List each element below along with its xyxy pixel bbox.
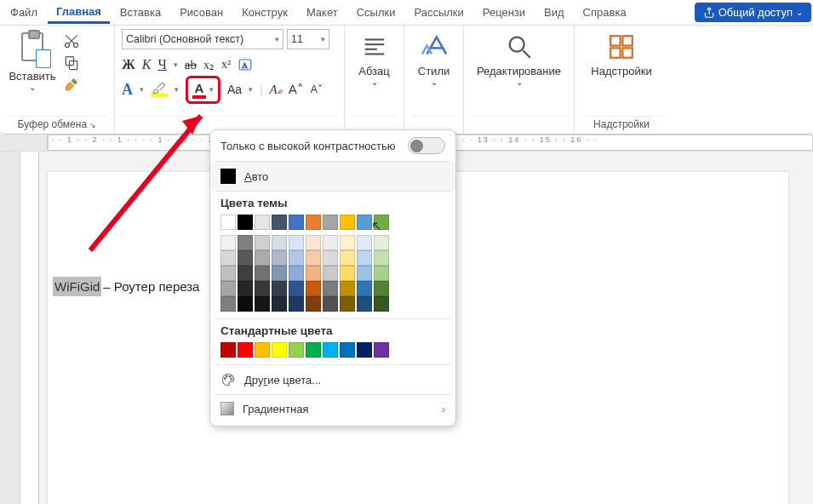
theme-shade-swatch[interactable]	[289, 250, 304, 266]
tab-home[interactable]: Главная	[48, 2, 110, 24]
theme-swatch[interactable]	[238, 215, 253, 230]
standard-swatch[interactable]	[374, 342, 389, 358]
theme-swatch[interactable]	[255, 215, 270, 230]
tab-insert[interactable]: Вставка	[112, 3, 169, 22]
theme-shade-swatch[interactable]	[289, 281, 304, 296]
theme-shade-swatch[interactable]	[289, 235, 304, 250]
italic-button[interactable]: К	[142, 57, 152, 72]
theme-shade-swatch[interactable]	[306, 250, 321, 266]
theme-shade-swatch[interactable]	[238, 266, 253, 281]
cut-icon[interactable]	[63, 32, 80, 49]
bold-button[interactable]: Ж	[122, 57, 135, 72]
theme-shade-swatch[interactable]	[255, 296, 270, 312]
gradient-item[interactable]: Градиентная ›	[210, 395, 455, 422]
theme-shade-swatch[interactable]	[340, 281, 355, 296]
standard-swatch[interactable]	[289, 342, 304, 358]
theme-shade-swatch[interactable]	[272, 296, 287, 312]
theme-shade-swatch[interactable]	[272, 266, 287, 281]
tab-review[interactable]: Рецензи	[474, 3, 534, 22]
more-colors-item[interactable]: Другие цвета...	[210, 365, 455, 394]
change-case-button[interactable]: Aa	[227, 83, 242, 96]
theme-shade-swatch[interactable]	[374, 266, 389, 281]
tab-mailings[interactable]: Рассылки	[405, 3, 472, 22]
subscript-button[interactable]: x₂	[203, 58, 215, 72]
theme-shade-swatch[interactable]	[357, 296, 372, 312]
theme-shade-swatch[interactable]	[374, 250, 389, 266]
theme-shade-swatch[interactable]	[238, 235, 253, 250]
theme-shade-swatch[interactable]	[220, 281, 236, 296]
paste-button[interactable]: Вставить ⌄	[7, 29, 58, 92]
theme-shade-swatch[interactable]	[357, 250, 372, 266]
theme-shade-swatch[interactable]	[340, 296, 355, 312]
theme-shade-swatch[interactable]	[323, 281, 338, 296]
standard-swatch[interactable]	[255, 342, 270, 358]
theme-shade-swatch[interactable]	[357, 281, 372, 296]
share-button[interactable]: Общий доступ⌄	[695, 3, 811, 22]
standard-swatch[interactable]	[323, 342, 338, 358]
theme-shade-swatch[interactable]	[374, 281, 389, 296]
editing-button[interactable]: Редактирование ⌄	[471, 29, 567, 87]
theme-shade-swatch[interactable]	[238, 296, 253, 312]
theme-shade-swatch[interactable]	[323, 250, 338, 266]
theme-shade-swatch[interactable]	[323, 235, 338, 250]
theme-shade-swatch[interactable]	[357, 235, 372, 250]
tab-design[interactable]: Конструк	[233, 3, 296, 22]
theme-shade-swatch[interactable]	[238, 250, 253, 266]
addins-button[interactable]: Надстройки	[581, 29, 661, 77]
theme-shade-swatch[interactable]	[340, 235, 355, 250]
tab-file[interactable]: Файл	[2, 3, 46, 22]
strikethrough-button[interactable]: ab	[185, 58, 197, 72]
tab-help[interactable]: Справка	[575, 3, 635, 22]
theme-shade-swatch[interactable]	[255, 266, 270, 281]
highlight-button[interactable]	[151, 82, 168, 97]
theme-shade-swatch[interactable]	[306, 235, 321, 250]
standard-swatch[interactable]	[306, 342, 321, 358]
theme-swatch[interactable]	[357, 215, 372, 230]
auto-color-row[interactable]: Авто	[210, 162, 455, 191]
grow-font-button[interactable]: A˄	[289, 82, 304, 97]
vertical-ruler[interactable]	[20, 152, 39, 504]
standard-swatch[interactable]	[238, 342, 253, 358]
theme-shade-swatch[interactable]	[272, 250, 287, 266]
theme-swatch[interactable]	[220, 215, 236, 230]
theme-swatch[interactable]	[306, 215, 321, 230]
theme-swatch[interactable]	[323, 215, 338, 230]
theme-shade-swatch[interactable]	[289, 266, 304, 281]
high-contrast-toggle[interactable]	[408, 137, 445, 154]
underline-button[interactable]: Ч	[157, 57, 166, 72]
shrink-font-button[interactable]: A˅	[311, 83, 323, 95]
theme-shade-swatch[interactable]	[306, 281, 321, 296]
standard-swatch[interactable]	[220, 342, 236, 358]
theme-shade-swatch[interactable]	[220, 250, 236, 266]
paragraph-button[interactable]: Абзац ⌄	[352, 29, 397, 87]
tab-view[interactable]: Вид	[535, 3, 573, 22]
theme-shade-swatch[interactable]	[255, 281, 270, 296]
theme-shade-swatch[interactable]	[340, 250, 355, 266]
theme-shade-swatch[interactable]	[306, 266, 321, 281]
font-color-button[interactable]: A ▾	[186, 76, 220, 104]
theme-swatch[interactable]	[340, 215, 355, 230]
tab-references[interactable]: Ссылки	[348, 3, 404, 22]
theme-shade-swatch[interactable]	[272, 235, 287, 250]
tab-draw[interactable]: Рисован	[171, 3, 232, 22]
clear-formatting-button[interactable]: A⌀	[270, 83, 282, 97]
theme-shade-swatch[interactable]	[220, 296, 236, 312]
theme-shade-swatch[interactable]	[255, 235, 270, 250]
theme-shade-swatch[interactable]	[374, 235, 389, 250]
theme-shade-swatch[interactable]	[306, 296, 321, 312]
theme-shade-swatch[interactable]	[323, 296, 338, 312]
theme-swatch[interactable]	[272, 215, 287, 230]
theme-shade-swatch[interactable]	[238, 281, 253, 296]
tab-layout[interactable]: Макет	[298, 3, 346, 22]
copy-icon[interactable]	[63, 54, 80, 72]
standard-swatch[interactable]	[357, 342, 372, 358]
superscript-button[interactable]: x²	[221, 58, 231, 72]
theme-shade-swatch[interactable]	[255, 250, 270, 266]
theme-shade-swatch[interactable]	[220, 266, 236, 281]
theme-shade-swatch[interactable]	[289, 296, 304, 312]
theme-shade-swatch[interactable]	[323, 266, 338, 281]
text-effects-button[interactable]: A	[122, 81, 133, 99]
theme-shade-swatch[interactable]	[220, 235, 236, 250]
theme-shade-swatch[interactable]	[340, 266, 355, 281]
font-name-select[interactable]: Calibri (Основной текст)▾	[122, 29, 283, 49]
